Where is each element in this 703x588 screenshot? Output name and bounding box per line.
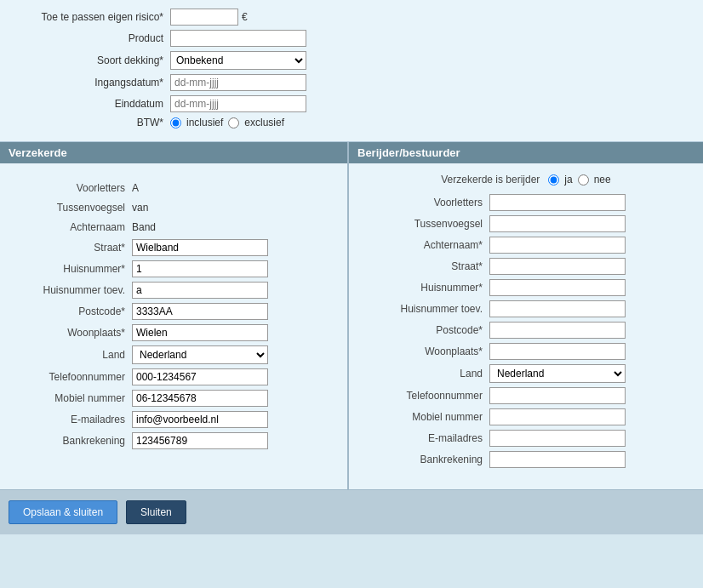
b-postcode-label: Postcode* [357,324,489,336]
b-huisnummer-row: Huisnummer* [349,279,703,296]
v-tussenvoegsel-row: Tussenvoegsel van [0,200,347,215]
eigen-risico-input[interactable] [170,9,238,26]
b-straat-row: Straat* [349,258,703,275]
v-huisnummer-label: Huisnummer* [9,263,132,275]
einddatum-input[interactable] [170,95,306,112]
eigen-risico-row: Toe te passen eigen risico* € [0,9,703,26]
v-woonplaats-label: Woonplaats* [9,327,132,339]
btw-inclusief-radio[interactable] [170,117,181,128]
euro-symbol: € [242,11,248,23]
b-achternaam-input[interactable] [489,237,626,254]
b-woonplaats-row: Woonplaats* [349,343,703,360]
b-huisnummer-toev-input[interactable] [489,300,626,317]
b-huisnummer-toev-row: Huisnummer toev. [349,300,703,317]
b-tussenvoegsel-row: Tussenvoegsel [349,215,703,232]
v-huisnummer-input[interactable] [132,260,268,277]
v-bankrekening-row: Bankrekening [0,432,347,449]
v-bankrekening-input[interactable] [132,432,268,449]
save-button[interactable]: Opslaan & sluiten [9,500,117,524]
b-telefoon-input[interactable] [489,387,626,404]
b-bankrekening-input[interactable] [489,451,626,468]
b-achternaam-row: Achternaam* [349,237,703,254]
v-huisnummer-row: Huisnummer* [0,260,347,277]
v-land-select[interactable]: Nederland [132,345,268,364]
v-huisnummer-toev-row: Huisnummer toev. [0,282,347,299]
close-button[interactable]: Sluiten [126,500,186,524]
berijder-nee-radio[interactable] [578,174,589,186]
v-postcode-row: Postcode* [0,303,347,320]
berijder-header: Berijder/bestuurder [349,142,703,163]
b-bankrekening-row: Bankrekening [349,451,703,468]
v-mobiel-label: Mobiel nummer [9,392,132,404]
two-column-section: Verzekerde Voorletters A Tussenvoegsel v… [0,142,703,489]
b-postcode-row: Postcode* [349,322,703,339]
v-straat-label: Straat* [9,242,132,254]
berijder-nee-label[interactable]: nee [594,174,611,186]
v-telefoon-input[interactable] [132,368,268,385]
v-telefoon-row: Telefoonnummer [0,368,347,385]
v-email-input[interactable] [132,411,268,428]
is-berijder-row: Verzekerde is berijder ja nee [349,174,703,186]
product-input[interactable] [170,30,306,47]
btw-radio-group: inclusief exclusief [170,117,284,128]
ingangsdatum-input[interactable] [170,74,306,91]
einddatum-row: Einddatum [0,95,703,112]
v-achternaam-row: Achternaam Band [0,220,347,235]
b-postcode-input[interactable] [489,322,626,339]
b-mobiel-row: Mobiel nummer [349,408,703,425]
footer: Opslaan & sluiten Sluiten [0,489,703,534]
b-telefoon-label: Telefoonnummer [357,390,489,402]
btw-exclusief-label[interactable]: exclusief [244,117,284,128]
top-section: Toe te passen eigen risico* € Product So… [0,0,703,142]
berijder-ja-radio[interactable] [548,174,559,186]
b-email-input[interactable] [489,430,626,447]
b-huisnummer-toev-label: Huisnummer toev. [357,303,489,315]
product-label: Product [9,32,170,44]
v-voorletters-row: Voorletters A [0,180,347,196]
v-huisnummer-toev-input[interactable] [132,282,268,299]
v-telefoon-label: Telefoonnummer [9,371,132,383]
v-straat-input[interactable] [132,239,268,256]
v-bankrekening-label: Bankrekening [9,435,132,447]
b-email-row: E-mailadres [349,430,703,447]
b-mobiel-input[interactable] [489,408,626,425]
b-land-select[interactable]: Nederland [489,364,626,383]
b-land-row: Land Nederland [349,364,703,383]
is-berijder-label: Verzekerde is berijder [441,174,540,186]
soort-dekking-row: Soort dekking* Onbekend [0,51,703,70]
v-woonplaats-input[interactable] [132,324,268,341]
b-bankrekening-label: Bankrekening [357,454,489,465]
v-voorletters-value: A [132,180,139,196]
eigen-risico-label: Toe te passen eigen risico* [9,11,170,23]
btw-row: BTW* inclusief exclusief [0,117,703,128]
v-postcode-label: Postcode* [9,305,132,317]
berijder-ja-label[interactable]: ja [564,174,572,186]
b-voorletters-input[interactable] [489,194,626,211]
v-huisnummer-toev-label: Huisnummer toev. [9,284,132,296]
btw-inclusief-label[interactable]: inclusief [186,117,223,128]
b-tussenvoegsel-input[interactable] [489,215,626,232]
b-straat-input[interactable] [489,258,626,275]
b-huisnummer-label: Huisnummer* [357,282,489,294]
soort-dekking-select[interactable]: Onbekend [170,51,306,70]
ingangsdatum-row: Ingangsdatum* [0,74,703,91]
v-mobiel-input[interactable] [132,390,268,407]
is-berijder-radio-group: ja nee [548,174,610,186]
b-woonplaats-input[interactable] [489,343,626,360]
soort-dekking-label: Soort dekking* [9,54,170,66]
btw-exclusief-radio[interactable] [228,117,239,128]
v-land-row: Land Nederland [0,345,347,364]
b-huisnummer-input[interactable] [489,279,626,296]
v-woonplaats-row: Woonplaats* [0,324,347,341]
v-achternaam-value: Band [132,220,156,235]
b-tussenvoegsel-label: Tussenvoegsel [357,218,489,230]
v-land-label: Land [9,349,132,361]
b-voorletters-row: Voorletters [349,194,703,211]
v-achternaam-label: Achternaam [9,221,132,233]
b-voorletters-label: Voorletters [357,197,489,208]
v-postcode-input[interactable] [132,303,268,320]
b-straat-label: Straat* [357,260,489,272]
b-telefoon-row: Telefoonnummer [349,387,703,404]
ingangsdatum-label: Ingangsdatum* [9,77,170,88]
v-mobiel-row: Mobiel nummer [0,390,347,407]
